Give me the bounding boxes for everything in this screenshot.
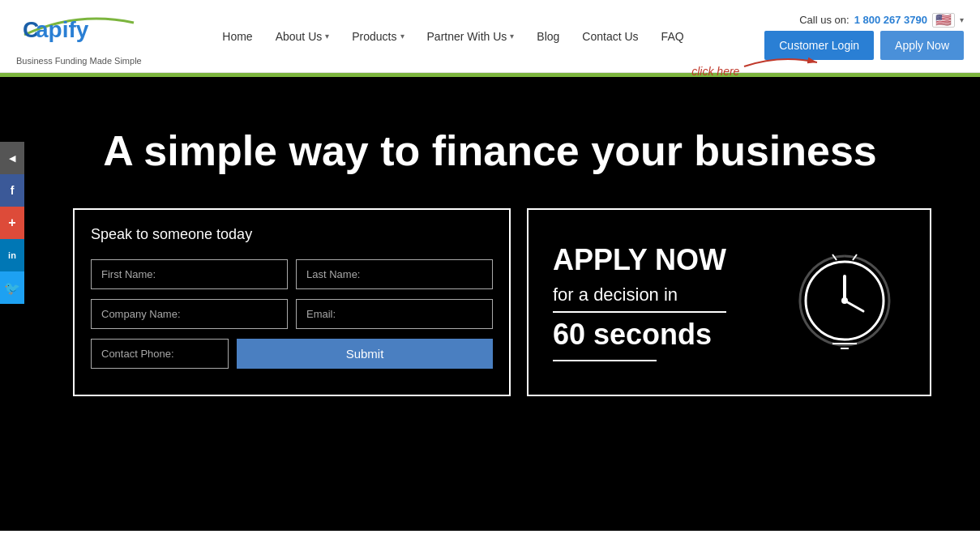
nav-faq[interactable]: FAQ [650, 23, 695, 49]
nav-about[interactable]: About Us ▾ [264, 23, 341, 49]
facebook-button[interactable]: f [0, 174, 24, 207]
svg-point-6 [841, 297, 848, 304]
first-name-input[interactable] [91, 259, 288, 289]
phone-input[interactable] [91, 339, 229, 369]
call-label: Call us on: [799, 14, 849, 26]
last-name-input[interactable] [296, 259, 493, 289]
about-chevron-icon: ▾ [325, 32, 329, 41]
hero-section: ◀ f + in 🐦 A simple way to finance your … [0, 77, 980, 531]
phone-number: 1 800 267 3790 [854, 14, 927, 26]
nav-partner[interactable]: Partner With Us ▾ [416, 23, 526, 49]
apply-text-area: APPLY NOW for a decision in 60 seconds [553, 244, 726, 361]
form-row-company-email [91, 299, 493, 329]
logo[interactable]: C apify [16, 6, 142, 54]
apply-now-card: APPLY NOW for a decision in 60 seconds [527, 208, 931, 396]
clock-graphic [792, 248, 897, 357]
apply-divider [553, 360, 657, 361]
flag-icon: 🇺🇸 [932, 13, 955, 28]
svg-text:apify: apify [36, 17, 89, 42]
company-name-input[interactable] [91, 299, 288, 329]
submit-button[interactable]: Submit [237, 339, 493, 369]
top-buttons: click here Customer Login Apply Now [764, 31, 964, 60]
hero-bottom-area: Speak to someone today Submit [24, 200, 980, 429]
form-row-name [91, 259, 493, 289]
partner-chevron-icon: ▾ [510, 32, 514, 41]
nav-contact[interactable]: Contact Us [571, 23, 649, 49]
twitter-button[interactable]: 🐦 [0, 271, 24, 304]
email-input[interactable] [296, 299, 493, 329]
nav-blog[interactable]: Blog [525, 23, 571, 49]
social-sidebar: ◀ f + in 🐦 [0, 142, 24, 304]
click-here-label: click here [691, 65, 739, 78]
contact-form-card: Speak to someone today Submit [73, 208, 511, 396]
flag-dropdown-icon[interactable]: ▾ [960, 15, 964, 24]
apply-seconds-text: 60 seconds [553, 311, 726, 352]
nav-home[interactable]: Home [211, 23, 263, 49]
hero-headline: A simple way to finance your business [0, 77, 980, 200]
apply-now-title: APPLY NOW [553, 244, 726, 276]
linkedin-button[interactable]: in [0, 239, 24, 271]
call-us-area: Call us on: 1 800 267 3790 🇺🇸 ▾ [799, 13, 964, 28]
apply-decision-text: for a decision in [553, 283, 726, 308]
google-plus-button[interactable]: + [0, 207, 24, 239]
social-toggle-button[interactable]: ◀ [0, 142, 24, 174]
form-title: Speak to someone today [91, 226, 493, 243]
logo-tagline: Business Funding Made Simple [16, 56, 142, 66]
main-nav: Home About Us ▾ Products ▾ Partner With … [142, 23, 765, 49]
products-chevron-icon: ▾ [400, 32, 404, 41]
logo-area: C apify Business Funding Made Simple [16, 6, 142, 66]
top-right-area: Call us on: 1 800 267 3790 🇺🇸 ▾ click he… [764, 13, 964, 60]
header: C apify Business Funding Made Simple Hom… [0, 0, 980, 73]
nav-products[interactable]: Products ▾ [340, 23, 415, 49]
customer-login-button[interactable]: Customer Login [764, 31, 874, 60]
form-row-phone-submit: Submit [91, 339, 493, 369]
apply-now-button[interactable]: Apply Now [880, 31, 964, 60]
